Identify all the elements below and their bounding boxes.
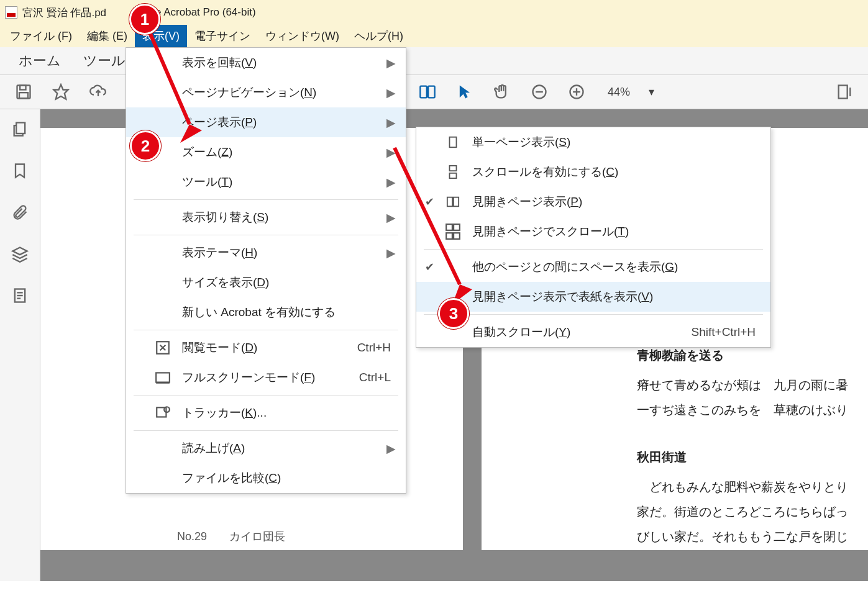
window-title-suffix: obe Acrobat Pro (64-bit) (144, 6, 255, 19)
svg-rect-12 (839, 86, 847, 99)
svg-line-35 (395, 148, 460, 284)
doc-line-2: 一すぢ遠きこのみちを 草穂のけぶり (637, 397, 868, 422)
menu-file[interactable]: ファイル (F) (2, 25, 80, 47)
view-menu-full[interactable]: フルスクリーンモード(F)Ctrl+L (126, 363, 406, 392)
pages-panel-icon[interactable] (11, 120, 29, 140)
view-menu-tracker[interactable]: トラッカー(K)... (126, 398, 406, 428)
svg-marker-14 (12, 248, 27, 255)
doc-line-4: 家だ。街道のところどころにちらばっ (637, 499, 868, 524)
select-tool-button[interactable] (446, 83, 483, 101)
doc-line-1: 瘠せて青めるなが頬は 九月の雨に暑 (637, 373, 868, 397)
view-menu-read[interactable]: 閲覧モード(D)Ctrl+H (126, 333, 406, 363)
two-page-view-button[interactable] (409, 83, 446, 101)
zoom-in-button[interactable] (558, 83, 595, 101)
zoom-level-select[interactable]: 44% ▾ (608, 85, 654, 99)
menu-window[interactable]: ウィンドウ(W) (258, 25, 347, 47)
save-button[interactable] (5, 83, 42, 101)
menu-edit[interactable]: 編集 (E) (80, 25, 135, 47)
svg-rect-5 (428, 86, 435, 98)
svg-rect-13 (16, 123, 25, 134)
doc-heading-2: 秋田街道 (637, 445, 868, 469)
page-fit-button[interactable] (826, 83, 863, 101)
svg-marker-34 (180, 124, 202, 143)
annotation-badge-2: 2 (130, 130, 161, 161)
doc-line-5: びしい家だ。それももう二な戸を閉じ (637, 524, 868, 549)
view-menu-compare[interactable]: ファイルを比較(C) (126, 463, 406, 493)
menu-help[interactable]: ヘルプ(H) (347, 25, 411, 47)
bookmark-panel-icon[interactable] (11, 162, 29, 181)
view-menu-theme[interactable]: 表示テーマ(H)▶ (126, 238, 406, 268)
attachments-panel-icon[interactable] (11, 204, 29, 223)
svg-rect-1 (20, 86, 25, 90)
svg-marker-6 (460, 86, 470, 99)
hand-tool-button[interactable] (483, 83, 521, 101)
left-panel (0, 109, 40, 581)
annotation-badge-3: 3 (438, 298, 469, 329)
star-button[interactable] (42, 83, 80, 101)
zoom-value: 44% (608, 86, 630, 99)
svg-rect-20 (156, 373, 170, 382)
document-panel-icon[interactable] (11, 287, 29, 306)
view-menu-newacro[interactable]: 新しい Acrobat を有効にする (126, 297, 406, 327)
annotation-badge-1: 1 (129, 4, 160, 35)
window-title-prefix: 宮沢 賢治 作品.pd (22, 6, 106, 20)
cloud-upload-button[interactable] (80, 83, 117, 101)
view-menu-switch[interactable]: 表示切り替え(S)▶ (126, 202, 406, 232)
layers-panel-icon[interactable] (11, 245, 29, 265)
annotation-arrow-2 (385, 142, 485, 315)
svg-line-33 (149, 31, 190, 124)
view-menu-size[interactable]: サイズを表示(D) (126, 268, 406, 297)
view-menu-tools[interactable]: ツール(T)▶ (126, 167, 406, 197)
pdf-file-icon (5, 6, 17, 19)
svg-marker-3 (53, 84, 68, 99)
tab-home[interactable]: ホーム (7, 52, 72, 70)
view-menu-readaloud[interactable]: 読み上げ(A)▶ (126, 433, 406, 463)
page-footer-text: No.29 カイロ団長 (177, 529, 285, 544)
doc-line-3: どれもみんな肥料や薪炭をやりとり (637, 474, 868, 499)
annotation-arrow-1 (143, 25, 211, 149)
page-display-auto[interactable]: 自動スクロール(Y)Shift+Ctrl+H (416, 317, 770, 347)
chevron-down-icon: ▾ (649, 85, 654, 99)
svg-rect-2 (19, 93, 28, 98)
svg-rect-4 (420, 86, 427, 98)
zoom-out-button[interactable] (521, 83, 558, 101)
menu-bar: ファイル (F) 編集 (E) 表示(V) 電子サイン ウィンドウ(W) ヘルプ… (0, 25, 868, 47)
